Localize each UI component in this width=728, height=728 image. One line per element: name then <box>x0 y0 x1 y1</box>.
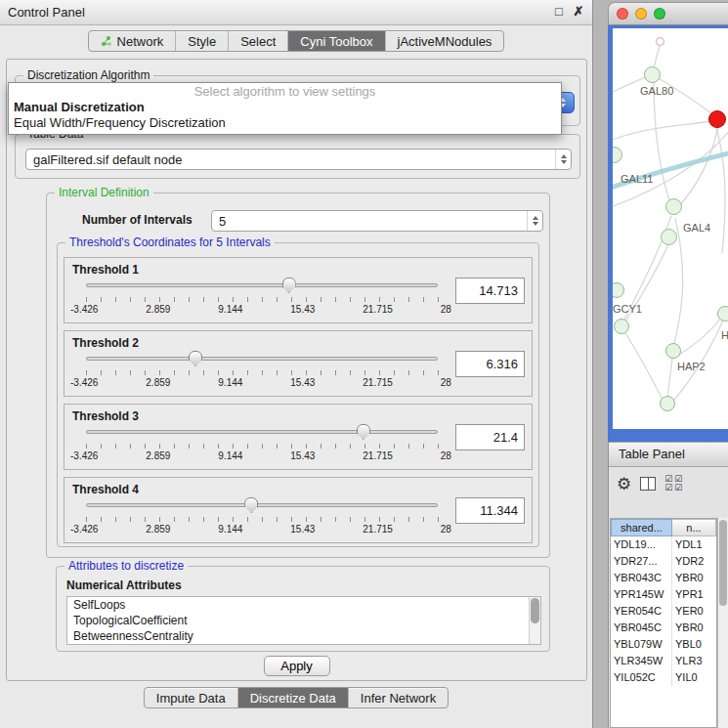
threshold-4-slider[interactable] <box>86 503 438 507</box>
network-node-selected[interactable] <box>708 110 726 128</box>
list-scrollbar[interactable] <box>529 597 540 644</box>
network-canvas[interactable]: GAL80 GAL11 GAL4 GCY1 HAP2 H <box>613 28 728 429</box>
threshold-2-slider[interactable] <box>86 357 438 361</box>
popup-item-manual-discretization[interactable]: Manual Discretization <box>9 100 561 115</box>
table-row[interactable]: YPR145WYPR1 <box>611 586 716 603</box>
tab-select[interactable]: Select <box>229 31 288 51</box>
scrollbar-thumb[interactable] <box>531 598 539 623</box>
column-header-shared-name[interactable]: shared... <box>611 519 672 536</box>
minimize-traffic-light-icon[interactable] <box>635 8 647 20</box>
slider-ticks <box>86 370 439 375</box>
num-intervals-value: 5 <box>212 214 527 229</box>
table-row[interactable]: YBR043CYBR0 <box>611 570 716 586</box>
list-item[interactable]: SelfLoops <box>67 597 540 613</box>
threshold-4-label: Threshold 4 <box>72 483 139 496</box>
network-node[interactable] <box>656 37 664 46</box>
cell[interactable]: YPR145W <box>611 586 672 603</box>
popup-item-equal-width-frequency[interactable]: Equal Width/Frequency Discretization <box>9 115 561 131</box>
close-traffic-light-icon[interactable] <box>617 8 628 20</box>
cell[interactable]: YLR345W <box>611 653 672 669</box>
combo-stepper-icon[interactable] <box>527 211 542 231</box>
table-row[interactable]: YLR345WYLR3 <box>611 653 716 669</box>
table-row[interactable]: YDL19...YDL1 <box>611 536 716 553</box>
threshold-4-value-field[interactable]: 11.344 <box>455 497 525 524</box>
network-node[interactable] <box>614 319 629 334</box>
cell[interactable]: YER0 <box>672 603 716 620</box>
threshold-3-value-field[interactable]: 21.4 <box>455 424 525 450</box>
group-title: Discretization Algorithm <box>23 68 153 82</box>
table-scrollbar[interactable] <box>717 518 728 728</box>
cell[interactable]: YBL079W <box>611 636 672 653</box>
cell[interactable]: YER054C <box>611 603 672 620</box>
cell[interactable]: YDR27... <box>611 553 672 570</box>
scale-label: 15.43 <box>290 377 315 388</box>
network-view-window: GAL80 GAL11 GAL4 GCY1 HAP2 H <box>608 2 728 442</box>
slider-ticks <box>86 297 439 302</box>
network-node[interactable] <box>665 343 681 359</box>
tab-infer-network[interactable]: Infer Network <box>349 688 448 707</box>
threshold-4-slider-thumb[interactable] <box>244 497 258 513</box>
list-item[interactable]: TopologicalCoefficient <box>67 613 540 628</box>
network-node[interactable] <box>665 198 682 215</box>
tab-label: Style <box>188 34 216 49</box>
control-panel-tab-bar: Network Style Select Cyni Toolbox jActiv… <box>0 25 592 57</box>
network-node[interactable] <box>660 396 675 411</box>
network-node[interactable] <box>717 306 728 321</box>
numerical-attributes-list[interactable]: SelfLoops TopologicalCoefficient Between… <box>66 596 541 645</box>
threshold-1-slider[interactable] <box>86 283 438 287</box>
cell[interactable]: YDL1 <box>672 536 716 553</box>
apply-button[interactable]: Apply <box>264 656 330 676</box>
scale-label: 21.715 <box>363 377 393 388</box>
cell[interactable]: YIL052C <box>611 669 672 686</box>
table-row[interactable]: YDR27...YDR2 <box>611 553 716 570</box>
node-label: GAL11 <box>621 173 653 185</box>
float-window-icon[interactable]: □ <box>551 4 567 19</box>
cell[interactable]: YBL0 <box>672 636 716 653</box>
network-window-titlebar <box>608 2 728 25</box>
tab-style[interactable]: Style <box>176 31 229 51</box>
cell[interactable]: YBR0 <box>672 570 716 586</box>
list-item[interactable]: BetweennessCentrality <box>67 628 540 644</box>
threshold-2-slider-thumb[interactable] <box>189 351 202 366</box>
cell[interactable]: YBR045C <box>611 620 672 636</box>
close-window-icon[interactable]: ✗ <box>571 4 586 19</box>
threshold-3-slider[interactable] <box>86 430 438 434</box>
cell[interactable]: YDR2 <box>672 553 716 570</box>
tab-network[interactable]: Network <box>89 31 177 51</box>
cell[interactable]: YDL19... <box>611 536 672 553</box>
threshold-3-slider-thumb[interactable] <box>357 424 370 440</box>
cell[interactable]: YBR043C <box>611 570 672 586</box>
threshold-1-value-field[interactable]: 14.713 <box>455 278 525 304</box>
num-intervals-combo[interactable]: 5 <box>211 210 543 232</box>
threshold-2-box: Threshold 2 -3.426 2.859 9.144 15.43 21.… <box>64 330 533 397</box>
table-row[interactable]: YIL052CYIL0 <box>611 669 716 686</box>
table-panel-toolbar: ⚙ ☑ ☑ ☑ ☑ <box>617 475 684 492</box>
scale-label: 28 <box>441 450 451 461</box>
table-row[interactable]: YER054CYER0 <box>611 603 716 620</box>
network-node[interactable] <box>661 229 677 245</box>
checkbox-grid-icon[interactable]: ☑ ☑ ☑ ☑ <box>664 475 684 492</box>
tab-impute-data[interactable]: Impute Data <box>145 688 238 707</box>
threshold-1-box: Threshold 1 -3.426 2.859 9.144 15.43 21.… <box>64 257 533 323</box>
cell[interactable]: YBR0 <box>672 620 716 636</box>
tab-discretize-data[interactable]: Discretize Data <box>238 688 349 707</box>
cell[interactable]: YIL0 <box>672 669 716 686</box>
tab-jactivemnodules[interactable]: jActiveMNodules <box>386 31 504 51</box>
table-data-combo[interactable]: galFiltered.sif default node <box>25 149 572 170</box>
table-row[interactable]: YBL079WYBL0 <box>611 636 716 653</box>
tab-label: Select <box>240 34 276 49</box>
combo-stepper-icon[interactable] <box>555 150 571 169</box>
table-row[interactable]: YBR045CYBR0 <box>611 620 716 636</box>
column-selector-icon[interactable] <box>640 477 656 491</box>
zoom-traffic-light-icon[interactable] <box>654 8 665 20</box>
column-header-name[interactable]: n... <box>672 519 716 536</box>
network-node[interactable] <box>644 66 661 83</box>
settings-gear-icon[interactable]: ⚙ <box>617 476 631 492</box>
threshold-1-slider-thumb[interactable] <box>282 278 296 293</box>
threshold-2-value-field[interactable]: 6.316 <box>455 351 525 377</box>
tab-label: Impute Data <box>156 691 226 706</box>
cell[interactable]: YLR3 <box>672 653 716 669</box>
tab-cyni-toolbox[interactable]: Cyni Toolbox <box>288 31 385 51</box>
scrollbar-thumb[interactable] <box>719 520 727 606</box>
cell[interactable]: YPR1 <box>672 586 716 603</box>
